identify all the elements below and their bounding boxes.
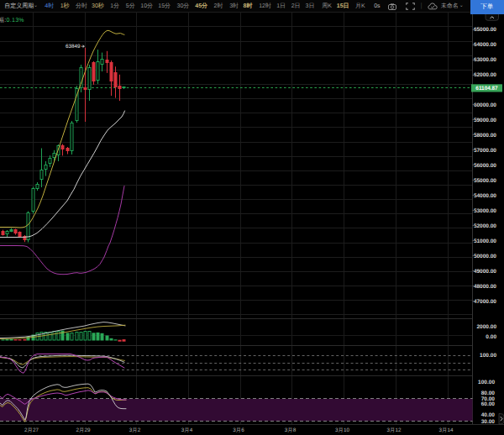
- svg-text:2月29: 2月29: [76, 427, 91, 433]
- svg-text:3月6: 3月6: [233, 427, 244, 433]
- svg-text:56000.00: 56000.00: [474, 163, 496, 169]
- svg-text:55000.00: 55000.00: [474, 178, 496, 184]
- svg-text:63849: 63849: [66, 44, 81, 50]
- svg-text:2月27: 2月27: [24, 427, 39, 433]
- svg-text:0.00: 0.00: [486, 334, 496, 340]
- svg-text:幅:0.13%: 幅:0.13%: [0, 17, 24, 24]
- svg-text:59000.00: 59000.00: [474, 118, 496, 123]
- svg-text:61104.87: 61104.87: [475, 86, 498, 92]
- svg-text:65000.00: 65000.00: [474, 27, 496, 33]
- svg-text:60000.00: 60000.00: [474, 102, 496, 108]
- svg-text:3月10: 3月10: [335, 427, 349, 433]
- svg-text:54000.00: 54000.00: [474, 193, 496, 199]
- svg-text:3月12: 3月12: [387, 427, 402, 433]
- svg-text:100.00: 100.00: [480, 353, 496, 359]
- svg-text:60.00: 60.00: [481, 401, 496, 407]
- svg-text:40.00: 40.00: [481, 412, 496, 418]
- svg-text:52000.00: 52000.00: [474, 223, 496, 229]
- svg-text:30.00: 30.00: [481, 419, 496, 425]
- svg-text:3月2: 3月2: [129, 427, 141, 433]
- svg-text:49000.00: 49000.00: [474, 269, 496, 275]
- svg-text:62000.00: 62000.00: [474, 72, 496, 78]
- svg-text:57000.00: 57000.00: [474, 148, 496, 154]
- svg-text:3月8: 3月8: [285, 427, 297, 433]
- svg-text:50000.00: 50000.00: [474, 254, 496, 259]
- svg-text:100.00: 100.00: [478, 380, 495, 385]
- svg-text:3月4: 3月4: [181, 427, 193, 433]
- svg-text:48000.00: 48000.00: [474, 284, 496, 290]
- svg-text:51000.00: 51000.00: [474, 238, 496, 244]
- svg-text:2000.00: 2000.00: [477, 324, 497, 330]
- svg-text:58000.00: 58000.00: [474, 133, 496, 139]
- svg-text:53000.00: 53000.00: [474, 208, 496, 214]
- svg-text:3月14: 3月14: [439, 427, 454, 433]
- svg-text:64000.00: 64000.00: [474, 42, 496, 48]
- svg-text:47000.00: 47000.00: [474, 299, 496, 305]
- svg-text:63000.00: 63000.00: [474, 57, 496, 63]
